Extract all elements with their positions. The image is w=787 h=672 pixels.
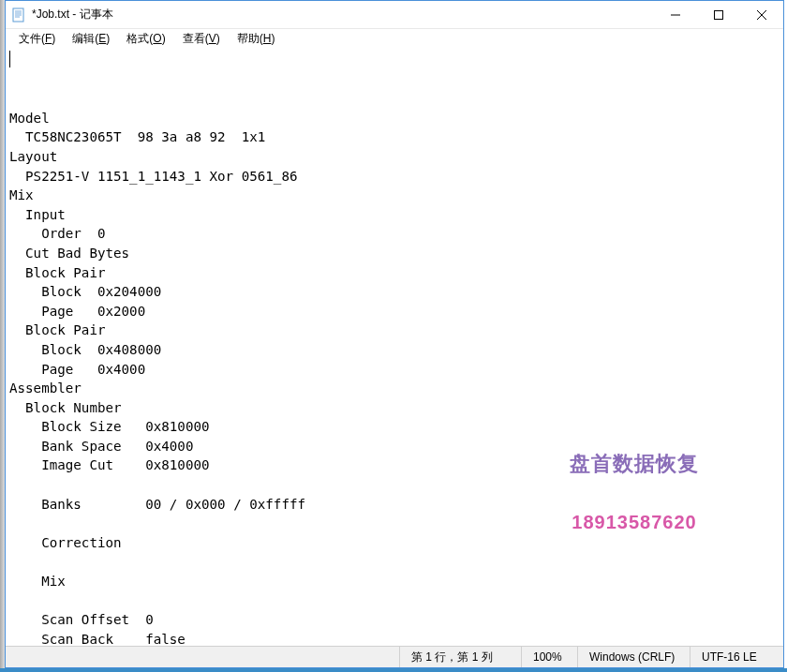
menu-view[interactable]: 查看(V) bbox=[175, 29, 228, 49]
text-cursor bbox=[9, 51, 10, 67]
statusbar: 第 1 行，第 1 列 100% Windows (CRLF) UTF-16 L… bbox=[6, 646, 783, 667]
notepad-icon bbox=[11, 7, 26, 22]
status-position: 第 1 行，第 1 列 bbox=[399, 647, 521, 667]
minimize-button[interactable] bbox=[654, 1, 697, 29]
taskbar-edge bbox=[0, 668, 787, 672]
close-button[interactable] bbox=[740, 1, 783, 29]
document-text: Model TC58NC23065T 98 3a a8 92 1x1 Layou… bbox=[9, 109, 780, 646]
svg-rect-6 bbox=[715, 11, 723, 20]
menu-help[interactable]: 帮助(H) bbox=[230, 29, 283, 49]
titlebar[interactable]: *Job.txt - 记事本 bbox=[6, 1, 783, 29]
window-controls bbox=[654, 1, 783, 28]
notepad-window: *Job.txt - 记事本 文件(F) 编辑(E) 格式(O) 查看(V) 帮… bbox=[5, 0, 784, 668]
menu-edit[interactable]: 编辑(E) bbox=[65, 29, 117, 49]
menu-format[interactable]: 格式(O) bbox=[119, 29, 172, 49]
status-encoding: UTF-16 LE bbox=[690, 647, 783, 667]
status-line-ending: Windows (CRLF) bbox=[577, 647, 690, 667]
menu-file[interactable]: 文件(F) bbox=[11, 29, 63, 49]
status-zoom: 100% bbox=[521, 647, 577, 667]
menubar: 文件(F) 编辑(E) 格式(O) 查看(V) 帮助(H) bbox=[6, 29, 783, 49]
maximize-button[interactable] bbox=[697, 1, 740, 29]
window-title: *Job.txt - 记事本 bbox=[32, 7, 654, 22]
text-area[interactable]: Model TC58NC23065T 98 3a a8 92 1x1 Layou… bbox=[6, 49, 783, 646]
